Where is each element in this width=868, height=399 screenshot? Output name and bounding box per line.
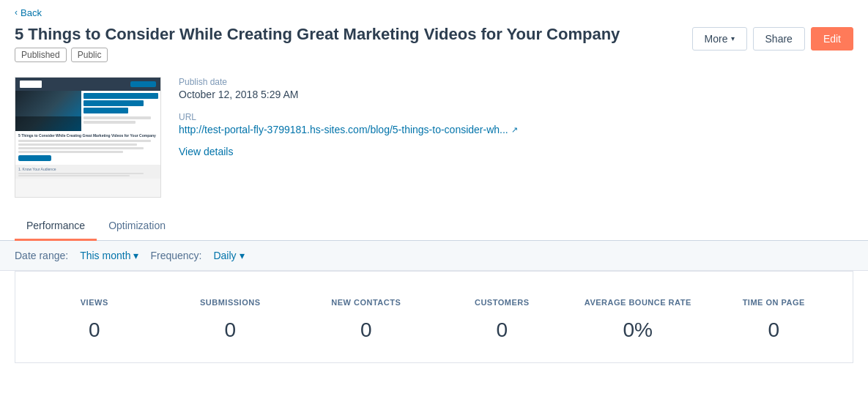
stat-views: VIEWS 0 bbox=[30, 298, 159, 342]
stat-label-time-on-page: TIME ON PAGE bbox=[743, 298, 805, 307]
more-button[interactable]: More ▾ bbox=[692, 27, 747, 51]
stat-value-views: 0 bbox=[89, 318, 100, 342]
stat-value-submissions: 0 bbox=[224, 318, 236, 342]
page-thumbnail: 5 Things to Consider While Creating Grea… bbox=[15, 77, 161, 198]
stat-value-time-on-page: 0 bbox=[768, 318, 779, 342]
published-badge: Published bbox=[15, 48, 67, 62]
stat-customers: CUSTOMERS 0 bbox=[438, 298, 567, 342]
stat-value-avg-bounce-rate: 0% bbox=[623, 318, 653, 342]
publish-date-value: October 12, 2018 5:29 AM bbox=[179, 89, 853, 100]
date-range-label: Date range: bbox=[15, 250, 68, 261]
publish-date-label: Publish date bbox=[179, 77, 853, 87]
frequency-dropdown[interactable]: Daily ▾ bbox=[213, 250, 244, 261]
frequency-label: Frequency: bbox=[150, 250, 201, 261]
date-range-dropdown[interactable]: This month ▾ bbox=[80, 250, 138, 261]
stat-label-views: VIEWS bbox=[81, 298, 108, 307]
stat-label-avg-bounce-rate: AVERAGE BOUNCE RATE bbox=[585, 298, 691, 307]
stat-submissions: SUBMISSIONS 0 bbox=[166, 298, 295, 342]
stat-label-submissions: SUBMISSIONS bbox=[200, 298, 261, 307]
stats-container: VIEWS 0 SUBMISSIONS 0 NEW CONTACTS 0 CUS… bbox=[15, 271, 853, 363]
stat-value-customers: 0 bbox=[496, 318, 508, 342]
back-label: Back bbox=[21, 7, 42, 18]
chevron-down-icon: ▾ bbox=[731, 34, 735, 42]
back-arrow-icon: ‹ bbox=[15, 7, 18, 18]
edit-button[interactable]: Edit bbox=[811, 27, 853, 51]
share-button[interactable]: Share bbox=[753, 27, 805, 51]
tabs-container: Performance Optimization bbox=[0, 212, 868, 241]
chevron-down-icon: ▾ bbox=[133, 250, 138, 261]
url-text: http://test-portal-fly-3799181.hs-sites.… bbox=[179, 124, 508, 135]
chevron-down-icon: ▾ bbox=[240, 250, 245, 261]
stat-label-new-contacts: NEW CONTACTS bbox=[331, 298, 401, 307]
external-link-icon: ↗ bbox=[511, 125, 518, 135]
stat-value-new-contacts: 0 bbox=[360, 318, 372, 342]
filter-bar: Date range: This month ▾ Frequency: Dail… bbox=[0, 241, 868, 271]
page-url-link[interactable]: http://test-portal-fly-3799181.hs-sites.… bbox=[179, 124, 518, 135]
public-badge: Public bbox=[71, 48, 108, 62]
stat-label-customers: CUSTOMERS bbox=[475, 298, 530, 307]
tab-optimization[interactable]: Optimization bbox=[97, 212, 177, 241]
stat-avg-bounce-rate: AVERAGE BOUNCE RATE 0% bbox=[574, 298, 702, 342]
url-label: URL bbox=[179, 112, 853, 122]
stat-new-contacts: NEW CONTACTS 0 bbox=[302, 298, 431, 342]
page-title: 5 Things to Consider While Creating Grea… bbox=[15, 25, 620, 43]
stats-grid: VIEWS 0 SUBMISSIONS 0 NEW CONTACTS 0 CUS… bbox=[30, 298, 838, 342]
stat-time-on-page: TIME ON PAGE 0 bbox=[710, 298, 839, 342]
view-details-link[interactable]: View details bbox=[179, 146, 853, 157]
tab-performance[interactable]: Performance bbox=[15, 212, 97, 241]
back-link[interactable]: ‹ Back bbox=[15, 7, 42, 18]
